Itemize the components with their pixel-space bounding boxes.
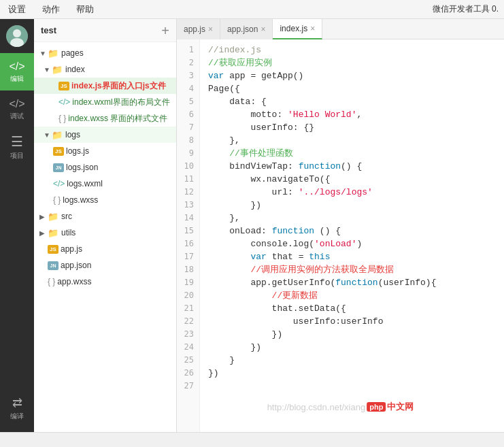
code-line: var app = getApp()	[208, 69, 504, 82]
code-line: }	[208, 354, 504, 367]
tab-index-js[interactable]: index.js ×	[273, 19, 322, 39]
code-line: })	[208, 367, 504, 380]
code-line: Page({	[208, 82, 504, 95]
folder-icon: 📁	[48, 48, 58, 59]
code-line: //更新数据	[208, 289, 504, 302]
json-icon: JN	[53, 163, 64, 172]
arrow-icon: ▶	[39, 229, 48, 237]
tab-app-js[interactable]: app.js ×	[177, 19, 220, 39]
item-label: logs	[65, 130, 80, 139]
list-item[interactable]: ▶ 📁 src	[34, 208, 176, 225]
app-title: 微信开发者工具 0.	[433, 3, 499, 15]
code-line: url: '../logs/logs'	[208, 186, 504, 199]
code-line: app.getUserInfo(function(userInfo){	[208, 276, 504, 289]
sidebar-item-avatar[interactable]	[0, 19, 34, 53]
editor-icon: </>	[9, 61, 24, 73]
list-item[interactable]: ▶ 📁 utils	[34, 225, 176, 241]
wxml-icon: </>	[53, 179, 65, 188]
wxss-icon: { }	[53, 195, 61, 205]
code-line: onLoad: function () {	[208, 225, 504, 237]
code-line: userInfo:userInfo	[208, 315, 504, 328]
list-item[interactable]: ▼ 📁 pages	[34, 45, 176, 61]
arrow-icon: ▶	[39, 213, 48, 220]
file-tree-header: test +	[34, 19, 176, 42]
sidebar-item-compile[interactable]: ⇄ 编译	[0, 389, 34, 427]
sidebar: </> 编辑 </> 调试 ☰ 项目 ⇄ 编译	[0, 19, 34, 432]
line-numbers: 1 2 3 4 5 6 7 8 9 10 11 12 13 14 15 16 1…	[177, 39, 200, 432]
menu-settings[interactable]: 设置	[5, 2, 29, 17]
code-lines: //index.js //获取应用实例 var app = getApp() P…	[200, 39, 504, 432]
code-line: var that = this	[208, 250, 504, 263]
wxss-icon: { }	[58, 114, 66, 123]
sidebar-item-editor[interactable]: </> 编辑	[0, 53, 34, 90]
item-label: pages	[61, 48, 84, 58]
code-line: //事件处理函数	[208, 147, 504, 160]
code-line: //index.js	[208, 44, 504, 56]
item-label: logs.js	[66, 146, 89, 156]
item-label: logs.wxss	[63, 195, 98, 205]
menu-help[interactable]: 帮助	[73, 2, 97, 17]
code-line: motto: 'Hello World',	[208, 108, 504, 121]
item-label: logs.json	[66, 163, 98, 172]
project-icon: ☰	[11, 133, 23, 150]
list-item[interactable]: { } index.wxss 界面的样式文件	[34, 110, 176, 127]
item-label: logs.wxml	[67, 179, 103, 188]
item-label: app.json	[61, 261, 91, 270]
code-line: //获取应用实例	[208, 56, 504, 69]
code-line: })	[208, 341, 504, 354]
svg-point-1	[13, 29, 21, 37]
list-item[interactable]: JS app.js	[34, 241, 176, 257]
item-label: index.wxss 界面的样式文件	[68, 113, 167, 125]
menu-action[interactable]: 动作	[39, 2, 63, 17]
tab-label: app.json	[227, 24, 258, 34]
code-line	[208, 380, 504, 393]
main-layout: </> 编辑 </> 调试 ☰ 项目 ⇄ 编译 test +	[0, 19, 504, 432]
list-item[interactable]: JS index.js界面的入口js文件	[34, 78, 176, 94]
item-label: src	[61, 212, 72, 221]
sidebar-item-project[interactable]: ☰ 项目	[0, 128, 34, 165]
tab-close-icon[interactable]: ×	[261, 24, 265, 34]
file-tree-body: ▼ 📁 pages ▼ 📁 index JS index.js界面的入口js文件…	[34, 42, 176, 432]
list-item[interactable]: JN logs.json	[34, 159, 176, 176]
tab-bar: app.js × app.json × index.js ×	[177, 19, 504, 39]
list-item[interactable]: </> logs.wxml	[34, 176, 176, 192]
list-item[interactable]: ▼ 📁 logs	[34, 127, 176, 143]
list-item[interactable]: ▼ 📁 index	[34, 61, 176, 78]
arrow-icon: ▼	[44, 66, 52, 73]
avatar	[6, 25, 28, 47]
arrow-icon: ▼	[39, 50, 48, 57]
menubar: 设置 动作 帮助 微信开发者工具 0.	[0, 0, 504, 19]
code-editor[interactable]: 1 2 3 4 5 6 7 8 9 10 11 12 13 14 15 16 1…	[177, 39, 504, 432]
list-item[interactable]: JN app.json	[34, 257, 176, 274]
tab-close-icon[interactable]: ×	[208, 24, 213, 34]
js-icon: JS	[58, 82, 69, 90]
code-line: userInfo: {}	[208, 121, 504, 134]
list-item[interactable]: </> index.wxml界面的布局文件	[34, 94, 176, 110]
list-item[interactable]: JS logs.js	[34, 143, 176, 159]
add-file-button[interactable]: +	[161, 24, 169, 37]
js-icon: JS	[48, 245, 58, 254]
list-item[interactable]: { } logs.wxss	[34, 192, 176, 208]
debug-icon: </>	[9, 98, 24, 110]
tab-app-json[interactable]: app.json ×	[220, 19, 273, 39]
code-line: })	[208, 199, 504, 212]
project-label: 项目	[10, 151, 24, 161]
item-label: index.js界面的入口js文件	[71, 80, 166, 92]
code-line: //调用应用实例的方法获取全局数据	[208, 263, 504, 276]
js-icon: JS	[53, 147, 64, 156]
tab-label: app.js	[184, 24, 205, 34]
tab-close-icon[interactable]: ×	[310, 24, 315, 33]
code-line: that.setData({	[208, 302, 504, 315]
sidebar-item-debug[interactable]: </> 调试	[0, 90, 34, 128]
arrow-icon: ▼	[44, 131, 52, 139]
code-line: },	[208, 134, 504, 147]
item-label: index.wxml界面的布局文件	[72, 97, 169, 108]
wxml-icon: </>	[58, 97, 70, 107]
folder-icon: 📁	[48, 212, 58, 222]
wxss-icon: { }	[48, 277, 55, 286]
code-line: data: {	[208, 95, 504, 108]
code-line: })	[208, 328, 504, 341]
list-item[interactable]: { } app.wxss	[34, 274, 176, 290]
folder-icon: 📁	[48, 228, 58, 238]
file-tree: test + ▼ 📁 pages ▼ 📁 index JS index.js界面…	[34, 19, 177, 432]
